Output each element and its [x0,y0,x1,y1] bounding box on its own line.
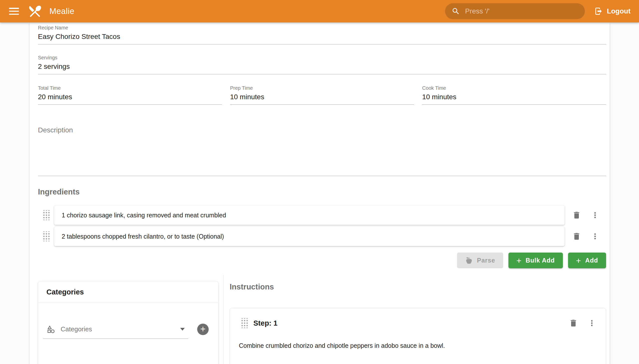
total-time-label: Total Time [38,85,222,91]
step-menu-button[interactable] [586,317,598,329]
delete-ingredient-button[interactable] [571,230,583,242]
servings-input[interactable] [38,60,606,74]
description-textarea[interactable] [38,134,606,176]
description-label: Description [38,126,606,134]
cook-time-input[interactable] [422,91,606,105]
recipe-name-label: Recipe Name [38,25,606,31]
bulk-add-button[interactable]: + Bulk Add [508,252,563,268]
drag-handle-icon[interactable] [241,318,248,328]
categories-card: Categories Categories + [38,281,219,364]
ingredients-list [38,206,606,246]
trash-icon [569,318,578,328]
instructions-section-title: Instructions [230,282,606,292]
categories-column: Categories Categories + [38,275,224,364]
instructions-column: Instructions Step: 1 Combine crumbled ch… [224,275,606,364]
chevron-down-icon [180,328,185,330]
add-label: Add [585,257,598,264]
ingredients-actions: Parse + Bulk Add + Add [38,252,606,268]
total-time-input[interactable] [38,91,222,105]
app-header: Mealie Logout [0,0,639,22]
ingredient-menu-button[interactable] [589,209,601,221]
kebab-menu-icon [591,232,599,241]
shapes-icon [47,325,55,334]
step-header: Step: 1 [239,308,598,329]
step-title: Step: 1 [253,319,567,327]
trash-icon [572,232,581,241]
step-text[interactable]: Combine crumbled chorizo and chipotle pe… [239,342,598,350]
divider [38,303,218,303]
bulk-add-label: Bulk Add [526,257,555,264]
cook-time-label: Cook Time [422,85,606,91]
kebab-menu-icon [587,318,596,328]
parse-button[interactable]: Parse [457,252,503,268]
search-box[interactable] [445,3,585,19]
lower-section: Categories Categories + [38,275,606,364]
recipe-name-input[interactable] [38,31,606,44]
logout-label: Logout [607,7,630,15]
ingredient-input-card [54,206,565,225]
ingredient-input-card [54,227,565,246]
ingredient-input[interactable] [61,232,558,240]
apple-icon [465,256,473,264]
servings-field: Servings [38,55,606,74]
ingredients-section-title: Ingredients [38,188,606,196]
drag-handle-icon[interactable] [43,210,50,220]
instruction-step-card: Step: 1 Combine crumbled chorizo and chi… [230,308,606,364]
drag-handle-icon[interactable] [43,231,50,241]
categories-select-label: Categories [61,325,180,333]
parse-label: Parse [477,257,495,264]
trash-icon [572,211,581,220]
delete-ingredient-button[interactable] [571,209,583,221]
kebab-menu-icon [591,211,599,220]
add-category-button[interactable]: + [197,324,209,335]
prep-time-label: Prep Time [230,85,414,91]
categories-select-row: Categories + [38,320,218,339]
ingredient-input[interactable] [61,212,558,219]
add-button[interactable]: + Add [568,252,606,268]
categories-select[interactable]: Categories [43,320,188,339]
mealie-logo-crossed-utensils-icon [28,4,43,19]
delete-step-button[interactable] [567,317,579,329]
description-field: Description [38,126,606,176]
hamburger-menu-icon[interactable] [9,8,19,15]
categories-card-title: Categories [38,282,218,296]
recipe-editor-card: Recipe Name Servings Total Time Prep Tim… [30,22,609,364]
total-time-field: Total Time [38,85,222,105]
app-title: Mealie [49,6,74,16]
ingredient-menu-button[interactable] [589,230,601,242]
logout-icon [594,7,603,16]
times-row: Total Time Prep Time Cook Time [38,85,606,105]
search-input[interactable] [465,7,578,16]
ingredient-row [38,227,606,246]
ingredient-row [38,206,606,225]
prep-time-input[interactable] [230,91,414,105]
recipe-name-field: Recipe Name [38,22,606,44]
servings-label: Servings [38,55,606,60]
prep-time-field: Prep Time [230,85,414,105]
cook-time-field: Cook Time [422,85,606,105]
search-icon [452,7,460,16]
logout-button[interactable]: Logout [594,7,630,16]
